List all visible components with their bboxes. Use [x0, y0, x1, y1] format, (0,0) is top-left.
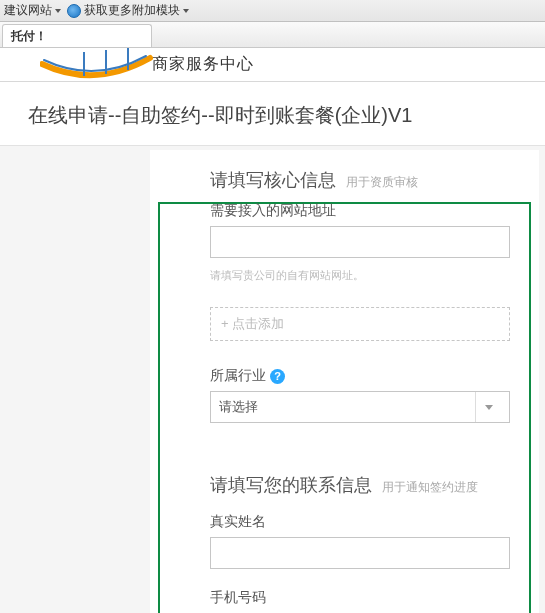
industry-select[interactable]: 请选择	[210, 391, 510, 423]
website-input[interactable]	[210, 226, 510, 258]
section-core-title: 请填写核心信息 用于资质审核	[150, 168, 539, 202]
help-icon[interactable]: ?	[270, 369, 285, 384]
industry-selected-value: 请选择	[219, 398, 258, 416]
site-logo[interactable]	[40, 50, 140, 80]
favorites-addons-label: 获取更多附加模块	[84, 2, 180, 19]
section-contact-title: 请填写您的联系信息 用于通知签约进度	[210, 473, 513, 507]
chevron-down-icon	[485, 405, 493, 410]
browser-favorites-bar: 建议网站 获取更多附加模块	[0, 0, 545, 22]
page-title-area: 在线申请--自助签约--即时到账套餐(企业)V1	[0, 82, 545, 146]
page-title: 在线申请--自助签约--即时到账套餐(企业)V1	[28, 102, 545, 129]
industry-label-text: 所属行业	[210, 367, 266, 385]
favorites-get-addons[interactable]: 获取更多附加模块	[67, 2, 189, 19]
real-name-input[interactable]	[210, 537, 510, 569]
add-website-label: + 点击添加	[221, 315, 284, 333]
form-wrapper: 请填写核心信息 用于资质审核 需要接入的网站地址 请填写贵公司的自有网站网址。 …	[150, 150, 539, 613]
industry-label: 所属行业 ?	[210, 367, 513, 385]
chevron-down-icon	[55, 9, 61, 13]
merchant-center-title: 商家服务中心	[152, 54, 254, 75]
add-website-button[interactable]: + 点击添加	[210, 307, 510, 341]
section-core-title-text: 请填写核心信息	[210, 168, 336, 192]
select-caret-box	[475, 392, 501, 422]
tab-title: 托付！	[11, 28, 47, 45]
website-hint: 请填写贵公司的自有网站网址。	[210, 268, 513, 283]
contact-section: 请填写您的联系信息 用于通知签约进度 真实姓名 手机号码	[210, 473, 513, 613]
favorites-label: 建议网站	[4, 2, 52, 19]
favorites-suggested-sites[interactable]: 建议网站	[4, 2, 61, 19]
section-core-hint: 用于资质审核	[346, 174, 418, 191]
ie-icon	[67, 4, 81, 18]
website-label: 需要接入的网站地址	[210, 202, 513, 220]
highlighted-section: 需要接入的网站地址 请填写贵公司的自有网站网址。 + 点击添加 所属行业 ? 请…	[158, 202, 531, 613]
site-header: 商家服务中心	[0, 48, 545, 82]
phone-label: 手机号码	[210, 589, 513, 607]
section-contact-hint: 用于通知签约进度	[382, 479, 478, 496]
section-contact-title-text: 请填写您的联系信息	[210, 473, 372, 497]
real-name-label: 真实姓名	[210, 513, 513, 531]
chevron-down-icon	[183, 9, 189, 13]
